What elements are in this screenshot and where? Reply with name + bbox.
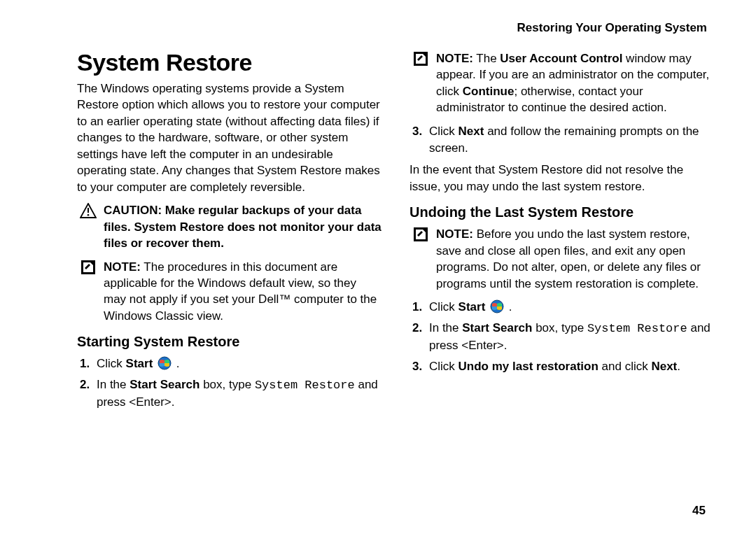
note-icon (80, 260, 97, 275)
windows-start-icon (490, 299, 504, 313)
note-callout-3: NOTE: Before you undo the last system re… (410, 226, 714, 292)
svg-point-2 (88, 214, 90, 216)
section2-heading: Undoing the Last System Restore (410, 204, 714, 220)
windows-start-icon (158, 356, 172, 370)
after-paragraph: In the event that System Restore did not… (410, 162, 714, 195)
caution-icon (80, 203, 97, 218)
caution-text: CAUTION: Make regular backups of your da… (104, 202, 382, 251)
section2-steps: Click Start . In the Start Search b (410, 299, 714, 374)
right-column: NOTE: The User Account Control window ma… (410, 49, 714, 415)
note3-text: NOTE: Before you undo the last system re… (436, 226, 714, 292)
note-icon (412, 51, 429, 66)
intro-paragraph: The Windows operating systems provide a … (77, 80, 382, 195)
list-item: Click Start . (412, 299, 714, 316)
note-icon (412, 227, 429, 242)
section1-heading: Starting System Restore (77, 334, 382, 350)
page-title: System Restore (77, 49, 382, 76)
page-columns: System Restore The Windows operating sys… (77, 49, 714, 415)
left-column: System Restore The Windows operating sys… (77, 49, 382, 415)
page-number: 45 (692, 504, 706, 518)
section1-steps: Click Start . In the Start Search b (77, 355, 382, 410)
list-item: Click Next and follow the remaining prom… (412, 123, 714, 157)
caution-callout: CAUTION: Make regular backups of your da… (77, 202, 382, 251)
note2-text: NOTE: The User Account Control window ma… (436, 50, 714, 116)
list-item: Click Undo my last restoration and click… (412, 358, 714, 375)
note-callout-1: NOTE: The procedures in this document ar… (77, 259, 382, 325)
note-callout-2: NOTE: The User Account Control window ma… (410, 50, 714, 116)
list-item: In the Start Search box, type System Res… (80, 376, 382, 411)
section1-steps-cont: Click Next and follow the remaining prom… (410, 123, 714, 157)
list-item: In the Start Search box, type System Res… (412, 320, 714, 354)
running-header: Restoring Your Operating System (77, 21, 714, 35)
note1-text: NOTE: The procedures in this document ar… (104, 259, 382, 325)
list-item: Click Start . (80, 355, 382, 372)
